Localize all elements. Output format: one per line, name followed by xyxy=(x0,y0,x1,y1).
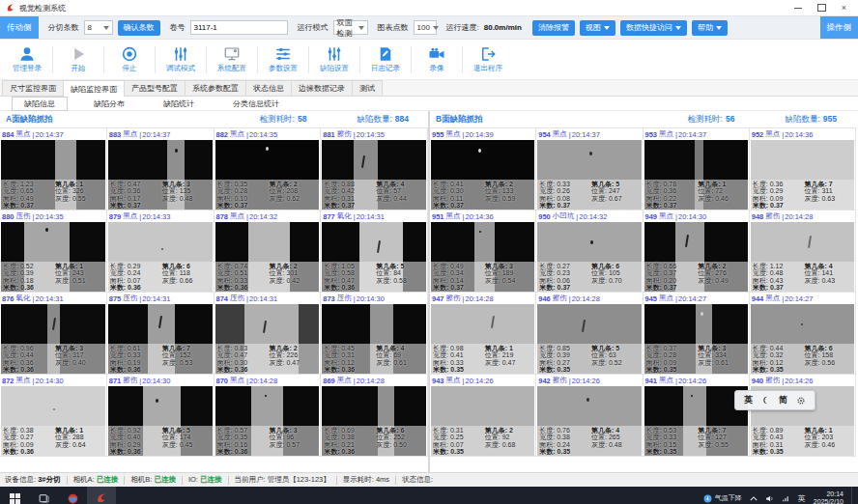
defect-cell[interactable]: 948擦伤20:14:28长度:1.12宽度:0.48面积:0.43米数:0.3… xyxy=(750,210,856,293)
stats-column: 长度:0.66宽度:0.37面积:0.20米数:0.37 xyxy=(646,263,677,292)
defect-cell[interactable]: 942擦伤20:14:26长度:0.76宽度:0.38面积:0.24米数:0.3… xyxy=(536,375,643,457)
taskbar-clock[interactable]: 20:14 2025/2/10 xyxy=(814,490,844,504)
stat-label: 第几条: xyxy=(698,427,720,434)
ime-simplified-toggle[interactable]: 简 xyxy=(779,394,787,406)
defect-cell[interactable]: 884黑点20:14:37长度:1.23宽度:0.65面积:0.49米数:0.3… xyxy=(0,128,107,210)
defect-cell[interactable]: 951黑点20:14:36长度:0.49宽度:0.34面积:0.14米数:0.3… xyxy=(430,210,536,293)
active-app-button[interactable] xyxy=(87,487,116,504)
panel-a-detect-time: 检测耗时:58 xyxy=(260,114,307,126)
roll-number-input[interactable] xyxy=(190,20,288,35)
stat-value: 1 xyxy=(79,427,83,434)
view-menu-button[interactable]: 视图 xyxy=(580,20,615,36)
ribbon-button-sliders-v[interactable]: 缺陷设置 xyxy=(309,44,359,74)
gear-icon[interactable] xyxy=(796,396,806,406)
start-button[interactable] xyxy=(0,487,29,504)
defect-cell[interactable]: 943黑点20:14:26长度:0.31宽度:0.25面积:0.07米数:0.3… xyxy=(430,375,536,457)
stat-label: 位置: xyxy=(270,187,285,194)
stat-label: 位置: xyxy=(376,434,391,440)
run-mode-select[interactable]: 双面检测 xyxy=(333,20,368,35)
defect-cell[interactable]: 950小凹坑20:14:32长度:0.27宽度:0.23面积:0.06米数:0.… xyxy=(536,210,643,293)
defect-cell[interactable]: 882黑点20:14:35长度:0.35宽度:0.28面积:0.10米数:0.3… xyxy=(214,128,322,210)
main-tab-2[interactable]: 缺陷监控界面 xyxy=(63,80,125,97)
defect-cell[interactable]: 873压伤20:14:30长度:0.45宽度:0.31面积:0.12米数:0.3… xyxy=(321,293,428,375)
defect-cell[interactable]: 878黑点20:14:32长度:0.74宽度:0.51面积:0.33米数:0.3… xyxy=(214,210,322,293)
io-connected-badge: 已连接 xyxy=(200,475,222,484)
ribbon-button-exit[interactable]: 退出程序 xyxy=(463,44,513,74)
weather-widget[interactable]: 气温下降 xyxy=(703,493,742,503)
clear-alarm-button[interactable]: 清除报警 xyxy=(532,20,575,36)
help-menu-button[interactable]: 帮助 xyxy=(692,20,728,36)
ribbon-button-log[interactable]: 日志记录 xyxy=(360,44,411,74)
network-button[interactable] xyxy=(782,494,790,503)
ribbon-button-stop[interactable]: 停止 xyxy=(104,44,155,74)
data-access-menu-button[interactable]: 数据快捷访问 xyxy=(620,20,687,36)
ribbon-button-tune[interactable]: 调试模式 xyxy=(156,44,206,74)
defect-cell[interactable]: 952黑点20:14:36长度:0.36宽度:0.29面积:0.09米数:0.3… xyxy=(750,128,856,210)
main-tab-7[interactable]: 测试 xyxy=(352,80,383,96)
stat-row: 宽度:0.28 xyxy=(646,351,677,358)
main-tab-1[interactable]: 尺寸监控界面 xyxy=(2,80,64,96)
confirm-count-button[interactable]: 确认条数 xyxy=(118,20,160,36)
sub-tab-2[interactable]: 缺陷分布 xyxy=(81,97,137,111)
tray-expand-button[interactable] xyxy=(750,496,758,501)
defect-cell[interactable]: 947擦伤20:14:28长度:0.98宽度:0.41面积:0.33米数:0.3… xyxy=(430,293,536,375)
sub-tab-4[interactable]: 分类信息统计 xyxy=(220,97,292,111)
show-desktop-button[interactable] xyxy=(851,487,855,504)
defect-cell[interactable]: 874压伤20:14:31长度:0.83宽度:0.47面积:0.30米数:0.3… xyxy=(214,293,322,375)
defect-cell[interactable]: 953黑点20:14:37长度:0.78宽度:0.36面积:0.22米数:0.3… xyxy=(644,128,750,210)
defect-cell[interactable]: 946擦伤20:14:28长度:0.85宽度:0.39面积:0.27米数:0.3… xyxy=(536,293,643,375)
main-tab-3[interactable]: 产品型号配置 xyxy=(124,80,186,96)
minimize-icon[interactable] xyxy=(794,8,802,9)
ime-english-toggle[interactable]: 英 xyxy=(744,394,753,406)
defect-cell[interactable]: 883黑点20:14:37长度:0.47宽度:0.36面积:0.17米数:0.3… xyxy=(107,128,214,210)
defect-cell[interactable]: 879黑点20:14:33长度:0.29宽度:0.24面积:0.07米数:0.3… xyxy=(107,210,214,293)
defect-cell[interactable]: 944黑点20:14:27长度:0.44宽度:0.32面积:0.12米数:0.3… xyxy=(750,293,856,375)
moon-icon[interactable] xyxy=(761,396,770,405)
defect-cell[interactable]: 875压伤20:14:31长度:0.61宽度:0.33面积:0.19米数:0.3… xyxy=(107,293,214,375)
slit-count-select[interactable]: 8 xyxy=(84,20,113,35)
defect-cell[interactable]: 881擦伤20:14:35长度:0.88宽度:0.42面积:0.31米数:0.3… xyxy=(321,128,428,210)
main-tab-4[interactable]: 系统参数配置 xyxy=(185,80,246,96)
defect-cell[interactable]: 871擦伤20:14:30长度:0.92宽度:0.40面积:0.29米数:0.3… xyxy=(107,375,214,457)
stat-value: 5 xyxy=(615,345,619,351)
ribbon-button-user[interactable]: 管理登录 xyxy=(2,44,52,74)
defect-cell[interactable]: 954黑点20:14:37长度:0.33宽度:0.26面积:0.08米数:0.3… xyxy=(536,128,643,210)
chart-points-select[interactable]: 100 xyxy=(414,20,437,35)
defect-cell[interactable]: 876氧化20:14:31长度:0.96宽度:0.44面积:0.36米数:0.3… xyxy=(0,293,107,375)
defect-cell[interactable]: 945黑点20:14:27长度:0.37宽度:0.28面积:0.09米数:0.3… xyxy=(644,293,750,375)
stat-value: 0.85 xyxy=(557,345,570,351)
ribbon-button-camera[interactable]: 录像 xyxy=(412,44,462,74)
task-view-button[interactable] xyxy=(29,487,58,504)
defect-cell[interactable]: 869黑点20:14:28长度:0.69宽度:0.38面积:0.21米数:0.3… xyxy=(321,375,428,457)
ribbon-button-monitor[interactable]: 系统配置 xyxy=(207,44,257,74)
stat-label: 第几条: xyxy=(376,427,398,434)
stats-column: 长度:0.29宽度:0.24面积:0.07米数:0.36 xyxy=(110,263,141,292)
pinned-app-button[interactable] xyxy=(58,487,87,504)
defect-cell[interactable]: 955黑点20:14:39长度:0.41宽度:0.30面积:0.11米数:0.3… xyxy=(430,128,536,210)
ribbon-button-play[interactable]: 开始 xyxy=(53,44,103,74)
defect-stats: 长度:0.27宽度:0.23面积:0.06米数:0.37第几条:6位置:105灰… xyxy=(537,262,641,292)
defect-cell[interactable]: 949黑点20:14:30长度:0.66宽度:0.37面积:0.20米数:0.3… xyxy=(644,210,750,293)
defect-cell[interactable]: 941黑点20:14:26长度:0.53宽度:0.33面积:0.15米数:0.3… xyxy=(644,375,750,457)
stat-value: 0.40 xyxy=(128,434,141,440)
sub-tab-1[interactable]: 缺陷信息 xyxy=(12,97,68,111)
defect-cell[interactable]: 940擦伤20:14:26长度:0.89宽度:0.43面积:0.31米数:0.3… xyxy=(750,375,856,457)
main-tab-6[interactable]: 边缘数据记录 xyxy=(291,80,353,96)
stat-value: 3 xyxy=(723,345,727,351)
stat-label: 长度: xyxy=(324,181,339,187)
defect-cell[interactable]: 880压伤20:14:35长度:0.52宽度:0.39面积:0.18米数:0.3… xyxy=(0,210,107,293)
volume-button[interactable] xyxy=(765,494,774,503)
taskbar-language-button[interactable]: 英 xyxy=(798,493,806,504)
stat-value: 0.35 xyxy=(770,366,784,373)
defect-cell[interactable]: 870黑点20:14:28长度:0.57宽度:0.35面积:0.16米数:0.3… xyxy=(214,375,322,457)
close-icon[interactable]: × xyxy=(842,4,846,13)
maximize-icon[interactable] xyxy=(817,4,826,12)
defect-cell[interactable]: 872黑点20:14:30长度:0.38宽度:0.27面积:0.09米数:0.3… xyxy=(0,375,107,457)
defect-cell[interactable]: 877氧化20:14:31长度:1.05宽度:0.58面积:0.47米数:0.3… xyxy=(321,210,428,293)
stat-row: 宽度:0.38 xyxy=(324,434,355,440)
main-tab-5[interactable]: 状态信息 xyxy=(245,80,292,96)
ribbon-button-sliders-h[interactable]: 参数设置 xyxy=(258,44,308,74)
stats-column: 长度:0.74宽度:0.51面积:0.33米数:0.36 xyxy=(217,263,248,292)
stat-value: 0.36 xyxy=(235,448,248,455)
sub-tab-3[interactable]: 缺陷统计 xyxy=(151,97,207,111)
